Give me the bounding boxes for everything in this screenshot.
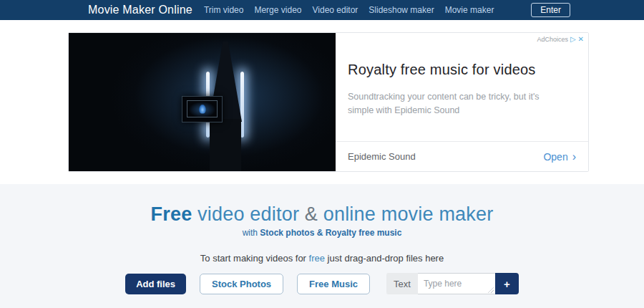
page-subtitle: with Stock photos & Royalty free music (0, 228, 644, 238)
ad-advertiser: Epidemic Sound (348, 151, 416, 162)
enter-button[interactable]: Enter (531, 3, 570, 17)
ad-banner: AdChoices ▷ ✕ Royalty free music for vid… (68, 32, 589, 172)
add-text-button[interactable]: + (495, 273, 519, 294)
adchoices-icon[interactable]: ▷ (570, 35, 576, 43)
ad-video-thumbnail[interactable] (69, 33, 336, 171)
subtitle-bold: Stock photos & Royalty free music (260, 228, 401, 238)
instruction-prefix: To start making videos for (200, 253, 309, 264)
top-nav: Trim video Merge video Video editor Slid… (204, 5, 494, 15)
title-ampersand: & (305, 203, 318, 225)
ad-cta-label: Open (543, 151, 567, 163)
subtitle-prefix: with (243, 228, 260, 238)
text-input[interactable] (418, 273, 495, 294)
page-title: Free video editor & online movie maker (0, 203, 644, 226)
drag-drop-instruction: To start making videos for free just dra… (0, 253, 644, 264)
title-rest: online movie maker (318, 203, 493, 225)
free-music-button[interactable]: Free Music (297, 274, 370, 294)
title-video-editor: video editor (192, 203, 304, 225)
chevron-right-icon: › (572, 151, 576, 163)
top-bar: Movie Maker Online Trim video Merge vide… (0, 0, 644, 20)
camera-screen (182, 96, 223, 122)
nav-merge-video[interactable]: Merge video (254, 5, 301, 15)
screen-blue-glow (199, 105, 206, 114)
text-tool-label: Text (386, 273, 418, 294)
nav-trim-video[interactable]: Trim video (204, 5, 244, 15)
title-free: Free (151, 203, 192, 225)
nav-movie-maker[interactable]: Movie maker (445, 5, 494, 15)
text-input-wrap (418, 273, 495, 294)
add-files-button[interactable]: Add files (125, 274, 186, 294)
instruction-free-highlight: free (309, 253, 325, 264)
ad-headline: Royalty free music for videos (348, 62, 536, 78)
camera-screen-display (187, 100, 218, 117)
nav-video-editor[interactable]: Video editor (313, 5, 358, 15)
adchoices-bar: AdChoices ▷ ✕ (537, 35, 584, 43)
stock-photos-button[interactable]: Stock Photos (200, 274, 283, 294)
camera-tripod (210, 119, 241, 171)
instruction-suffix: just drag-and-drop files here (325, 253, 444, 264)
adchoices-label[interactable]: AdChoices (537, 36, 568, 43)
ad-close-icon[interactable]: ✕ (578, 35, 584, 43)
action-buttons-row: Add files Stock Photos Free Music Text + (0, 273, 644, 294)
nav-slideshow-maker[interactable]: Slideshow maker (369, 5, 434, 15)
ad-open-link[interactable]: Open › (543, 151, 576, 163)
ad-content: AdChoices ▷ ✕ Royalty free music for vid… (336, 33, 588, 171)
hero-section: Free video editor & online movie maker w… (0, 184, 644, 308)
text-tool-group: Text + (386, 273, 519, 294)
app-title: Movie Maker Online (88, 4, 192, 16)
ad-footer: Epidemic Sound Open › (336, 141, 588, 171)
ad-body-text: Soundtracking your content can be tricky… (348, 90, 566, 118)
